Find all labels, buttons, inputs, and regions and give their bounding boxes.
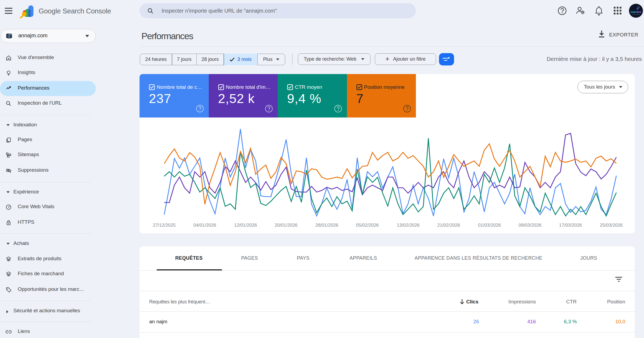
svg-text:05/02/2026: 05/02/2026 <box>356 223 379 228</box>
svg-text:27/12/2025: 27/12/2025 <box>153 223 175 228</box>
svg-text:09/03/2026: 09/03/2026 <box>518 223 541 228</box>
svg-text:28/01/2026: 28/01/2026 <box>315 223 338 228</box>
svg-text:04/01/2026: 04/01/2026 <box>193 223 216 228</box>
svg-text:25/03/2026: 25/03/2026 <box>600 223 623 228</box>
svg-text:17/03/2026: 17/03/2026 <box>559 223 582 228</box>
svg-text:01/03/2026: 01/03/2026 <box>478 223 501 228</box>
svg-text:12/01/2026: 12/01/2026 <box>234 223 257 228</box>
svg-text:13/02/2026: 13/02/2026 <box>397 223 419 228</box>
svg-text:21/02/2026: 21/02/2026 <box>437 223 460 228</box>
svg-text:20/01/2026: 20/01/2026 <box>275 223 297 228</box>
